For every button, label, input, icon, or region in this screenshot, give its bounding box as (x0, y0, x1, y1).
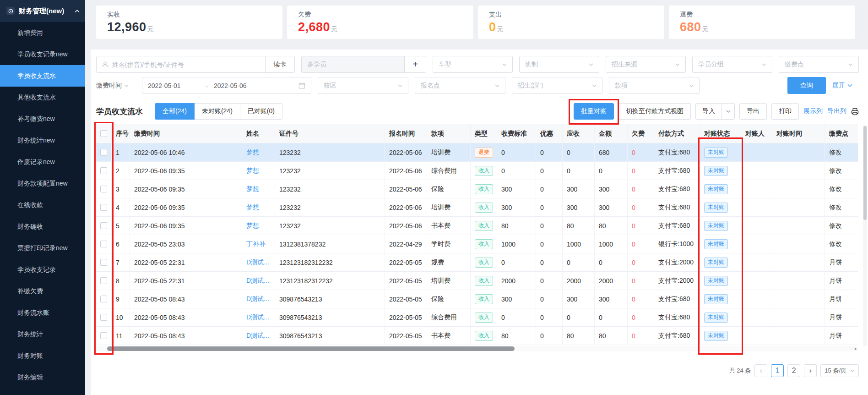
export-button[interactable]: 导出 (739, 103, 767, 120)
sidebar-item[interactable]: 作废记录new (0, 151, 85, 173)
reconcile-status-badge[interactable]: 未对账 (704, 221, 728, 231)
row-checkbox[interactable] (100, 259, 107, 266)
switch-view-button[interactable]: 切换至付款方式视图 (618, 103, 691, 120)
import-caret-button[interactable] (722, 103, 735, 120)
student-name-link[interactable]: D测试... (246, 313, 269, 322)
reconcile-status-badge[interactable]: 未对账 (704, 294, 728, 304)
reconcile-status-badge[interactable]: 未对账 (704, 331, 728, 341)
sidebar-item[interactable]: 补考缴费new (0, 108, 85, 130)
reconcile-status-badge[interactable]: 未对账 (704, 148, 728, 158)
sidebar-item[interactable]: 学员收支记录new (0, 44, 85, 65)
row-checkbox[interactable] (100, 241, 107, 247)
reconcile-status-badge[interactable]: 未对账 (704, 203, 728, 213)
filter-select-学员分组[interactable]: 学员分组 (692, 56, 772, 73)
page-button-2[interactable]: 2 (787, 364, 800, 377)
page-size-select[interactable]: 15 条/页 (820, 364, 859, 377)
vertical-scrollbar[interactable] (863, 125, 867, 346)
cell: 支付宝:680 (654, 308, 700, 326)
printer-icon[interactable] (851, 108, 859, 115)
reconcile-status-badge[interactable]: 未对账 (704, 184, 728, 194)
row-checkbox[interactable] (100, 296, 107, 302)
sidebar-item[interactable]: 财务编辑 (0, 367, 85, 388)
sidebar-item[interactable]: 财务款项配置new (0, 173, 85, 194)
row-checkbox[interactable] (100, 167, 107, 174)
student-name-link[interactable]: D测试... (246, 295, 269, 303)
horizontal-scrollbar[interactable]: ▸ (96, 346, 858, 351)
row-checkbox[interactable] (100, 222, 107, 229)
filter-select-班制[interactable]: 班制 (519, 56, 599, 73)
row-checkbox[interactable] (100, 332, 107, 339)
cell: 2 (112, 162, 130, 180)
cell: 80 (595, 327, 628, 345)
sidebar-item[interactable]: 其他收支流水 (0, 87, 85, 108)
add-student-button[interactable]: + (404, 56, 426, 72)
page-button-1[interactable]: 1 (771, 364, 784, 377)
tab-全部(24)[interactable]: 全部(24) (155, 103, 195, 120)
sidebar-item[interactable]: 财务确收 (0, 216, 85, 237)
sidebar-header[interactable]: 财务管理(new) (0, 0, 85, 22)
row-checkbox[interactable] (100, 277, 107, 284)
read-card-button[interactable]: 读卡 (265, 56, 294, 72)
sidebar-item[interactable]: 在线收款 (0, 194, 85, 216)
student-name-link[interactable]: D测试... (246, 258, 269, 267)
select-all-checkbox[interactable] (100, 130, 107, 137)
sidebar-item[interactable]: 补缴欠费 (0, 280, 85, 302)
show-columns-link[interactable]: 展示列 (803, 107, 823, 115)
export-columns-link[interactable]: 导出列 (827, 107, 846, 115)
sidebar-item[interactable]: 学员收支记录 (0, 259, 85, 280)
reconcile-status-badge[interactable]: 未对账 (704, 276, 728, 286)
import-button[interactable]: 导入 (695, 103, 722, 120)
sidebar-item[interactable]: 财务对账 (0, 345, 85, 367)
student-name-link[interactable]: 梦想 (246, 167, 259, 175)
reconcile-status-badge[interactable]: 未对账 (704, 258, 728, 268)
filter-select-招生来源[interactable]: 招生来源 (606, 56, 686, 73)
student-name-link[interactable]: 梦想 (246, 185, 259, 193)
expand-link[interactable]: 展开 (832, 77, 859, 94)
reconcile-status-badge[interactable]: 未对账 (704, 313, 728, 323)
next-page-button[interactable]: › (804, 364, 817, 377)
student-name-link[interactable]: 丁补补 (246, 240, 266, 248)
sidebar-title: 财务管理(new) (19, 7, 64, 16)
reconcile-status-badge[interactable]: 未对账 (704, 239, 728, 249)
sidebar-item[interactable]: 财务流水账 (0, 302, 85, 324)
tab-未对账(24)[interactable]: 未对账(24) (194, 103, 240, 120)
sidebar-item[interactable]: 学员收支流水 (0, 65, 85, 87)
filter-select-招生部门[interactable]: 招生部门 (512, 77, 602, 94)
student-name-link[interactable]: 梦想 (246, 222, 259, 230)
pay-time-type-select[interactable]: 缴费时间 (96, 77, 136, 94)
query-button[interactable]: 查询 (787, 77, 826, 94)
prev-page-button[interactable]: ‹ (754, 364, 767, 377)
filter-select-缴费点[interactable]: 缴费点 (779, 56, 859, 73)
sidebar-item[interactable]: 财务统计new (0, 130, 85, 151)
horizontal-scrollbar-thumb[interactable] (107, 346, 515, 351)
student-name-link[interactable]: D测试... (246, 277, 269, 285)
reconcile-status-badge[interactable]: 未对账 (704, 166, 728, 176)
cell: 0 (628, 235, 654, 253)
scroll-right-arrow-icon[interactable]: ▸ (855, 346, 857, 351)
student-name-link[interactable]: 梦想 (246, 148, 259, 157)
sidebar-item[interactable]: 新增费用 (0, 22, 85, 44)
print-button[interactable]: 打印 (771, 103, 799, 120)
tab-已对账(0)[interactable]: 已对账(0) (240, 103, 282, 120)
filter-select-报名点[interactable]: 报名点 (415, 77, 505, 94)
row-checkbox[interactable] (100, 186, 107, 192)
multi-student-input[interactable]: 多学员 (302, 56, 404, 72)
sidebar-item[interactable]: 票据打印记录new (0, 237, 85, 259)
sidebar-item[interactable]: 财务统计 (0, 324, 85, 345)
search-input[interactable] (97, 56, 265, 72)
filter-select-款项[interactable]: 款项 (609, 77, 700, 94)
row-checkbox[interactable] (100, 149, 107, 156)
student-name-link[interactable]: 梦想 (246, 203, 259, 212)
student-search-group: 读卡 (96, 56, 295, 73)
row-checkbox[interactable] (100, 314, 107, 321)
student-name-link[interactable]: D测试... (246, 332, 269, 340)
cell: D测试... (242, 290, 275, 308)
chevron-up-icon[interactable] (75, 9, 80, 13)
vertical-scrollbar-thumb[interactable] (863, 126, 867, 220)
row-checkbox[interactable] (100, 204, 107, 211)
filter-select-校区[interactable]: 校区 (318, 77, 408, 94)
cell (96, 217, 112, 235)
filter-select-车型[interactable]: 车型 (433, 56, 513, 73)
batch-reconcile-button[interactable]: 批量对账 (574, 103, 614, 120)
date-range-picker[interactable]: 2022-05-01 → 2022-05-06 (142, 77, 311, 94)
